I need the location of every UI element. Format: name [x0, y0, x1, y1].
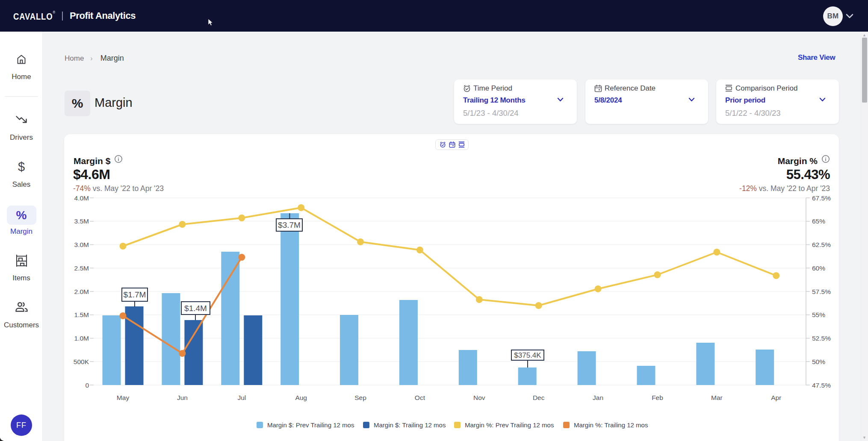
svg-text:Nov: Nov: [473, 394, 485, 401]
svg-text:May: May: [117, 394, 130, 401]
svg-text:Jan: Jan: [593, 394, 603, 401]
svg-text:3.0M: 3.0M: [74, 241, 89, 248]
svg-text:Apr: Apr: [771, 394, 781, 401]
svg-text:Sep: Sep: [354, 394, 366, 401]
svg-text:Dec: Dec: [533, 394, 545, 401]
svg-text:0: 0: [85, 382, 89, 389]
svg-text:67.5%: 67.5%: [812, 194, 831, 202]
svg-text:3.5M: 3.5M: [74, 218, 89, 225]
svg-text:$1.7M: $1.7M: [124, 290, 146, 299]
svg-text:47.5%: 47.5%: [812, 382, 831, 389]
svg-text:55%: 55%: [812, 311, 825, 318]
svg-text:$1.4M: $1.4M: [184, 304, 207, 313]
svg-text:52.5%: 52.5%: [812, 335, 831, 342]
svg-text:2.5M: 2.5M: [74, 265, 89, 272]
svg-text:62.5%: 62.5%: [812, 241, 831, 248]
svg-text:65%: 65%: [812, 218, 825, 225]
svg-text:57.5%: 57.5%: [812, 288, 831, 295]
svg-text:4.0M: 4.0M: [74, 194, 89, 202]
svg-text:1.5M: 1.5M: [74, 311, 89, 318]
svg-text:500K: 500K: [74, 358, 89, 365]
svg-text:Jun: Jun: [177, 394, 188, 401]
svg-text:Mar: Mar: [711, 394, 723, 401]
svg-text:50%: 50%: [812, 358, 825, 365]
svg-text:Feb: Feb: [652, 394, 663, 401]
svg-text:60%: 60%: [812, 265, 825, 272]
svg-text:$3.7M: $3.7M: [278, 220, 301, 229]
svg-text:$375.4K: $375.4K: [514, 351, 541, 359]
svg-text:Aug: Aug: [295, 394, 307, 401]
svg-text:2.0M: 2.0M: [74, 288, 89, 295]
svg-text:1.0M: 1.0M: [74, 335, 89, 342]
svg-text:Jul: Jul: [237, 394, 246, 401]
svg-text:Oct: Oct: [415, 394, 425, 401]
